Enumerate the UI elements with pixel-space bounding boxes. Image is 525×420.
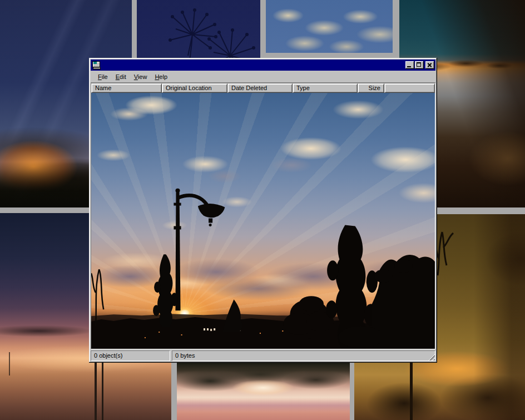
column-header-date-deleted[interactable]: Date Deleted xyxy=(227,83,293,93)
recycle-bin-window: File Edit View Help Name Original Locati… xyxy=(89,58,437,363)
street-lamp-silhouette xyxy=(174,189,225,311)
wallpaper-cloudy-sky-photo xyxy=(266,0,393,53)
lake-stick-silhouette xyxy=(9,352,10,375)
menu-bar: File Edit View Help xyxy=(91,71,435,83)
column-header-original-location[interactable]: Original Location xyxy=(162,83,227,93)
close-button[interactable] xyxy=(425,61,434,69)
window-controls xyxy=(405,61,434,69)
status-object-count: 0 object(s) xyxy=(91,350,170,361)
file-list-view: Name Original Location Date Deleted Type… xyxy=(91,83,435,349)
maximize-button[interactable] xyxy=(415,61,424,69)
column-header-filler xyxy=(384,83,435,93)
silhouettes xyxy=(91,93,435,349)
menu-view[interactable]: View xyxy=(130,72,151,81)
screen-icon-part xyxy=(93,62,97,64)
minimize-button[interactable] xyxy=(405,61,414,69)
minimize-icon xyxy=(407,66,411,67)
computer-app-icon xyxy=(92,61,101,70)
column-header-type[interactable]: Type xyxy=(293,83,358,93)
status-bar: 0 object(s) 0 bytes xyxy=(91,350,435,361)
sunset-photo-content xyxy=(91,93,435,349)
column-header-name[interactable]: Name xyxy=(91,83,162,93)
menu-edit[interactable]: Edit xyxy=(112,72,130,81)
menu-help[interactable]: Help xyxy=(151,72,171,81)
menu-file[interactable]: File xyxy=(94,72,112,81)
column-headers: Name Original Location Date Deleted Type… xyxy=(91,83,435,93)
maximize-icon xyxy=(417,62,421,67)
keyboard-icon-part xyxy=(93,67,101,70)
window-titlebar[interactable] xyxy=(91,60,435,71)
column-header-size[interactable]: Size xyxy=(358,83,384,93)
status-byte-count: 0 bytes xyxy=(172,350,435,361)
